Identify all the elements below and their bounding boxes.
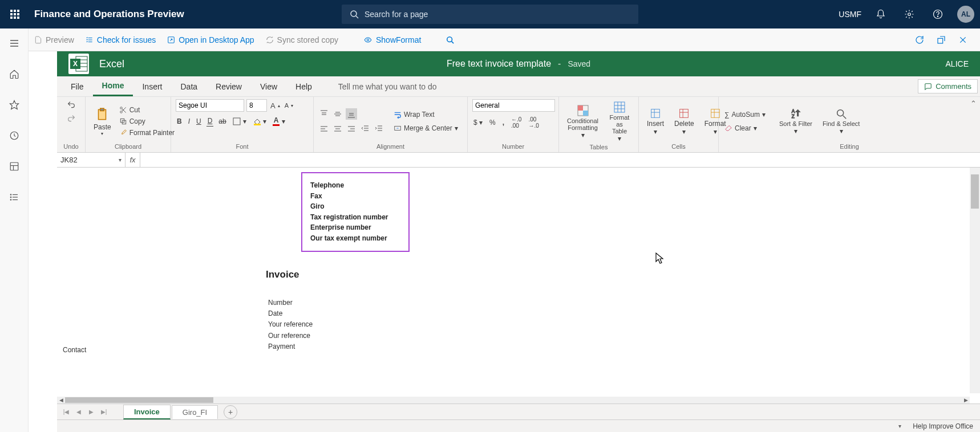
decrease-indent-button[interactable] [359, 123, 371, 135]
font-size-select[interactable] [246, 99, 267, 112]
nav-home[interactable] [4, 64, 25, 84]
fx-button[interactable]: fx [125, 153, 140, 167]
strikethrough-button[interactable]: ab [217, 116, 227, 127]
open-external-icon [167, 36, 175, 44]
sort-filter-button[interactable]: AZ Sort & Filter▾ [776, 107, 816, 136]
tab-help[interactable]: Help [286, 76, 321, 96]
collapse-ribbon-button[interactable]: ⌃ [970, 99, 977, 108]
sheet-tab-giro[interactable]: Giro_FI [172, 405, 218, 419]
app-launcher-button[interactable] [6, 5, 24, 23]
align-top-icon [319, 109, 329, 119]
nav-recent[interactable] [4, 125, 25, 146]
check-issues-button[interactable]: Check for issues [80, 28, 161, 51]
find-select-button[interactable]: Find & Select▾ [819, 107, 863, 136]
tab-home[interactable]: Home [93, 76, 133, 96]
align-bottom-button[interactable] [346, 108, 357, 120]
format-painter-button[interactable]: Format Painter [118, 128, 176, 138]
comma-button[interactable]: , [501, 115, 505, 130]
underline-button[interactable]: U [195, 116, 203, 127]
svg-marker-8 [10, 101, 18, 109]
tell-me-search[interactable]: Tell me what you want to do [338, 82, 437, 91]
align-center-button[interactable] [332, 123, 343, 135]
vertical-scrollbar[interactable] [970, 168, 980, 393]
border-button[interactable]: ▾ [232, 116, 248, 127]
add-sheet-button[interactable]: + [224, 405, 237, 419]
user-avatar[interactable]: AL [957, 6, 974, 23]
decrease-decimal-button[interactable]: .00→.0 [527, 115, 540, 130]
undo-group-label: Undo [62, 143, 80, 151]
autosum-button[interactable]: ∑ AutoSum ▾ [723, 109, 767, 120]
status-menu-button[interactable]: ▾ [898, 423, 901, 429]
action-toolbar: Preview Check for issues Open in Desktop… [0, 28, 980, 51]
horizontal-scrollbar[interactable]: ◀ ▶ [57, 397, 970, 404]
insert-cells-button[interactable]: Insert▾ [643, 106, 667, 137]
global-search[interactable]: Search for a page [342, 5, 638, 24]
cut-button[interactable]: Cut [118, 105, 176, 115]
conditional-formatting-button[interactable]: Conditional Formatting▾ [564, 103, 602, 140]
align-top-button[interactable] [318, 108, 330, 120]
italic-button[interactable]: I [187, 116, 191, 127]
toolbar-search-button[interactable] [440, 28, 460, 51]
copy-button[interactable]: Copy [118, 116, 176, 127]
excel-user-name[interactable]: ALICE [946, 59, 969, 68]
sheet-nav-next[interactable]: ▶ [86, 409, 97, 415]
refresh-button[interactable] [912, 32, 928, 48]
tab-data[interactable]: Data [171, 76, 206, 96]
comments-button[interactable]: Comments [918, 79, 978, 93]
format-as-table-button[interactable]: Format as Table▾ [605, 99, 634, 144]
paste-button[interactable]: Paste ▾ [90, 105, 115, 137]
notifications-button[interactable] [872, 5, 890, 23]
double-underline-button[interactable]: D [206, 116, 214, 127]
open-desktop-button[interactable]: Open in Desktop App [161, 28, 260, 51]
sync-button[interactable]: Sync stored copy [260, 28, 344, 51]
help-improve-link[interactable]: Help Improve Office [913, 422, 973, 430]
tab-insert[interactable]: Insert [133, 76, 171, 96]
label-tax-registration: Tax registration number [310, 212, 400, 223]
worksheet-area[interactable]: Telephone Fax Giro Tax registration numb… [57, 168, 980, 404]
show-format-button[interactable]: ShowFormat [358, 28, 427, 51]
sheet-tab-invoice[interactable]: Invoice [123, 405, 171, 419]
name-box[interactable]: JK82 [57, 153, 125, 167]
decrease-font-button[interactable]: A▾ [284, 101, 294, 110]
nav-modules[interactable] [4, 187, 25, 207]
tab-view[interactable]: View [251, 76, 286, 96]
increase-decimal-button[interactable]: ←.0.00 [510, 115, 523, 130]
merge-center-button[interactable]: Merge & Center ▾ [392, 123, 459, 133]
legal-entity[interactable]: USMF [839, 10, 861, 19]
align-left-button[interactable] [318, 123, 330, 135]
bold-button[interactable]: B [176, 116, 183, 127]
increase-font-button[interactable]: A▴ [269, 100, 281, 111]
help-button[interactable] [929, 5, 947, 23]
number-format-select[interactable] [472, 99, 555, 112]
svg-point-0 [351, 11, 357, 17]
alignment-group-label: Alignment [318, 143, 463, 151]
align-middle-button[interactable] [332, 108, 343, 120]
increase-indent-button[interactable] [373, 123, 384, 135]
sheet-nav-prev[interactable]: ◀ [73, 409, 84, 415]
font-name-select[interactable] [176, 99, 244, 112]
popout-button[interactable] [933, 32, 949, 48]
sheet-nav-last[interactable]: ▶| [98, 409, 110, 415]
clipboard-group-label: Clipboard [90, 143, 166, 151]
tab-review[interactable]: Review [206, 76, 251, 96]
preview-button[interactable]: Preview [29, 28, 80, 51]
undo-button[interactable] [66, 99, 77, 111]
delete-cells-button[interactable]: Delete▾ [671, 106, 698, 137]
clear-button[interactable]: Clear ▾ [723, 123, 767, 133]
close-button[interactable] [955, 32, 971, 48]
percent-button[interactable]: % [488, 115, 497, 130]
align-right-button[interactable] [346, 123, 357, 135]
nav-favorites[interactable] [4, 95, 25, 115]
document-title[interactable]: Free text invoice template [447, 59, 551, 69]
nav-workspaces[interactable] [4, 156, 25, 177]
tab-file[interactable]: File [62, 76, 93, 96]
settings-button[interactable] [900, 5, 918, 23]
redo-button[interactable] [66, 113, 77, 124]
currency-button[interactable]: $ ▾ [472, 115, 484, 130]
nav-expand-button[interactable] [4, 33, 25, 54]
wrap-text-button[interactable]: Wrap Text [392, 109, 459, 120]
sheet-nav-first[interactable]: |◀ [60, 409, 72, 415]
invoice-fields-block: Number Date Your reference Our reference… [268, 297, 313, 352]
font-color-button[interactable]: A▾ [272, 115, 287, 127]
fill-color-button[interactable]: ▾ [252, 116, 268, 127]
